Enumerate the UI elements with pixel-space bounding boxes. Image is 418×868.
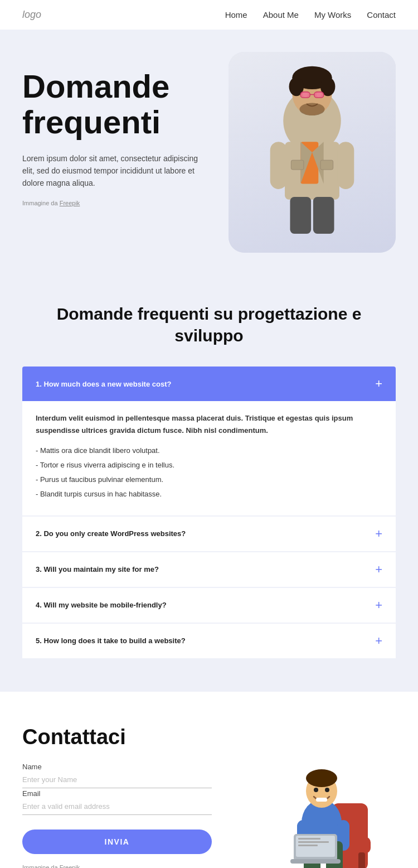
faq-list-item: Tortor e risus viverra adipiscing e in t… [36, 458, 382, 472]
svg-point-30 [314, 788, 318, 792]
svg-rect-13 [270, 142, 287, 189]
faq-question-1[interactable]: 1. How much does a new website cost? + [22, 367, 396, 401]
hero-image-credit: Immagine da Freepik [22, 200, 229, 206]
contact-illustration [256, 725, 396, 868]
hero-image [229, 52, 396, 253]
faq-question-5[interactable]: 5. How long does it take to build a webs… [22, 624, 396, 658]
faq-question-text-1: 1. How much does a new website cost? [36, 380, 171, 388]
faq-question-text-2: 2. Do you only create WordPress websites… [36, 529, 186, 538]
hero-left: Domande frequenti Lorem ipsum dolor sit … [22, 52, 229, 206]
faq-toggle-3[interactable]: + [375, 563, 382, 576]
faq-question-3[interactable]: 3. Will you maintain my site for me? + [22, 552, 396, 587]
faq-question-4[interactable]: 4. Will my website be mobile-friendly? + [22, 588, 396, 623]
svg-point-10 [299, 103, 324, 116]
svg-rect-14 [337, 142, 354, 189]
svg-rect-19 [291, 160, 304, 170]
hero-section: Domande frequenti Lorem ipsum dolor sit … [0, 30, 418, 269]
faq-section-title: Domande frequenti su progettazione e svi… [22, 303, 396, 346]
contact-image-credit: Immagine da Freepik [22, 864, 212, 868]
contact-name-label: Name [22, 763, 42, 771]
svg-rect-15 [290, 197, 311, 234]
hero-person-image [229, 52, 396, 253]
nav-link-about[interactable]: About Me [263, 10, 299, 20]
faq-question-2[interactable]: 2. Do you only create WordPress websites… [22, 517, 396, 551]
svg-rect-41 [298, 838, 320, 840]
hero-credit-link[interactable]: Freepik [60, 200, 80, 206]
faq-answer-list-1: Mattis ora dice blandit libero volutpat.… [36, 443, 382, 501]
svg-rect-42 [298, 841, 329, 843]
faq-toggle-1[interactable]: + [375, 378, 382, 390]
faq-toggle-2[interactable]: + [375, 528, 382, 540]
faq-item-3: 3. Will you maintain my site for me? + [22, 552, 396, 587]
svg-rect-8 [314, 92, 324, 98]
faq-section: Domande frequenti su progettazione e svi… [0, 269, 418, 692]
svg-point-29 [306, 769, 337, 787]
faq-answer-1: Interdum velit euismod in pellentesque m… [22, 401, 396, 515]
svg-rect-24 [358, 852, 365, 868]
faq-item-2: 2. Do you only create WordPress websites… [22, 517, 396, 551]
faq-list-item: Mattis ora dice blandit libero volutpat. [36, 443, 382, 458]
hero-description: Lorem ipsum dolor sit amet, consectetur … [22, 152, 201, 190]
svg-rect-7 [300, 92, 310, 98]
nav-link-home[interactable]: Home [225, 10, 247, 20]
contact-email-input[interactable] [22, 798, 212, 815]
svg-rect-20 [320, 160, 333, 170]
svg-rect-16 [313, 197, 334, 234]
contact-form-area: Contattaci Name Email INVIA Immagine da … [22, 725, 212, 868]
contact-title: Contattaci [22, 725, 212, 749]
hero-title: Domande frequenti [22, 69, 229, 140]
faq-answer-bold-1: Interdum velit euismod in pellentesque m… [36, 412, 382, 437]
faq-item-4: 4. Will my website be mobile-friendly? + [22, 588, 396, 623]
svg-rect-44 [290, 859, 341, 864]
nav-link-works[interactable]: My Works [314, 10, 351, 20]
contact-name-input[interactable] [22, 771, 212, 788]
faq-item-1: 1. How much does a new website cost? + I… [22, 367, 396, 515]
svg-point-31 [325, 788, 329, 792]
faq-list: 1. How much does a new website cost? + I… [22, 367, 396, 658]
nav-links: Home About Me My Works Contact [225, 10, 396, 20]
faq-toggle-4[interactable]: + [375, 599, 382, 611]
faq-toggle-5[interactable]: + [375, 635, 382, 647]
contact-email-label: Email [22, 789, 41, 798]
navbar: logo Home About Me My Works Contact [0, 0, 418, 30]
logo: logo [22, 9, 41, 21]
faq-question-text-5: 5. How long does it take to build a webs… [36, 636, 186, 645]
faq-question-text-4: 4. Will my website be mobile-friendly? [36, 601, 167, 609]
svg-rect-43 [298, 845, 318, 846]
faq-list-item: Blandit turpis cursus in hac habitasse. [36, 487, 382, 501]
svg-rect-32 [316, 798, 327, 802]
faq-list-item: Purus ut faucibus pulvinar elementum. [36, 472, 382, 487]
nav-link-contact[interactable]: Contact [367, 10, 396, 20]
faq-item-5: 5. How long does it take to build a webs… [22, 624, 396, 658]
contact-submit-button[interactable]: INVIA [22, 830, 212, 854]
faq-question-text-3: 3. Will you maintain my site for me? [36, 565, 159, 573]
contact-section: Contattaci Name Email INVIA Immagine da … [0, 692, 418, 868]
contact-credit-link[interactable]: Freepik [60, 864, 80, 868]
